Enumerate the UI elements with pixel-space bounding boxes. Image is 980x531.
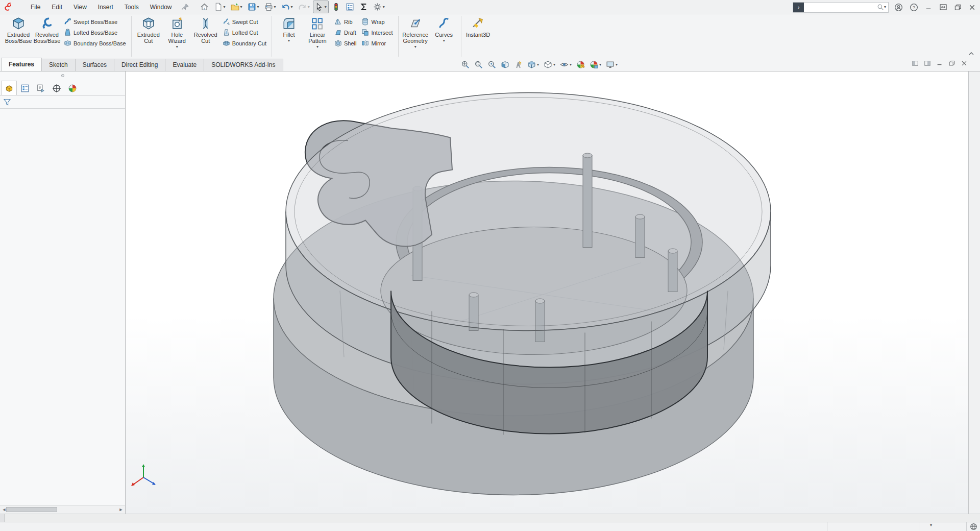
close-window-icon[interactable] [967,3,977,12]
doc-tile-right-button[interactable] [924,60,931,67]
redo-dropdown-caret[interactable]: ▾ [308,5,310,9]
menu-window[interactable]: Window [145,2,177,13]
tab-evaluate[interactable]: Evaluate [165,59,204,71]
instant3d-button[interactable]: Instant3D [464,15,493,39]
search-commands-box[interactable]: › ▾ [793,2,889,13]
revolved-boss-base-button[interactable]: Revolved Boss/Base [33,15,61,45]
pin-menu-icon[interactable] [181,3,189,11]
restore-window-icon[interactable] [953,3,963,12]
dropdown-caret[interactable]: ▾ [288,39,290,43]
curves-button[interactable]: Curves▾ [430,15,458,44]
zoom-to-fit-button[interactable] [459,59,471,70]
open-dropdown-caret[interactable]: ▾ [240,5,242,9]
panel-horizontal-scrollbar[interactable]: ◄ ► [0,505,125,514]
redo-button[interactable]: ▾ [296,1,312,13]
model-canvas[interactable] [126,71,968,514]
tab-surfaces[interactable]: Surfaces [75,59,114,71]
new-document-button[interactable]: ▾ [212,1,228,13]
new-document-dropdown-caret[interactable]: ▾ [224,5,226,9]
pm-property-tab[interactable] [17,81,33,95]
dropdown-caret[interactable]: ▾ [316,45,318,49]
dynamic-annotation-views-button[interactable] [512,59,524,70]
select-button[interactable]: ▾ [313,1,329,13]
view-settings-button[interactable]: ▾ [604,59,619,70]
tab-features[interactable]: Features [1,58,42,71]
zoom-to-area-button[interactable] [473,59,484,70]
search-icon[interactable] [877,4,884,11]
minimize-window-icon[interactable] [924,3,934,12]
menu-edit[interactable]: Edit [46,2,67,13]
home-button[interactable] [198,1,211,13]
pm-config-tab[interactable] [33,81,48,95]
apply-scene-dropdown-caret[interactable]: ▾ [599,63,601,67]
globe-icon[interactable] [970,523,977,530]
menu-view[interactable]: View [68,2,92,13]
intersect-button[interactable]: Intersect [359,27,395,38]
options-button[interactable]: ▾ [371,1,387,13]
save-dropdown-caret[interactable]: ▾ [257,5,259,9]
span-displays-icon[interactable] [938,2,948,12]
dropdown-caret[interactable]: ▾ [443,39,445,43]
select-dropdown-caret[interactable]: ▾ [325,5,327,9]
view-settings-dropdown-caret[interactable]: ▾ [616,63,618,67]
save-button[interactable]: ▾ [246,1,261,13]
panel-splitter[interactable] [0,71,125,80]
statusbar-config-selector[interactable]: ▾ [927,523,932,527]
rebuild-button[interactable] [330,1,342,13]
revolved-cut-button[interactable]: Revolved Cut [191,15,220,45]
shell-button[interactable]: Shell [332,38,359,49]
dropdown-caret[interactable]: ▾ [176,45,178,49]
search-input[interactable] [806,4,877,11]
doc-tile-left-button[interactable] [912,60,919,67]
doc-close-button[interactable] [961,60,968,67]
print-button[interactable]: ▾ [262,1,278,13]
file-properties-button[interactable] [344,1,356,13]
collapse-ribbon-icon[interactable] [968,51,975,56]
draft-button[interactable]: Draft [332,27,359,38]
wrap-button[interactable]: Wrap [359,16,395,27]
open-button[interactable]: ▾ [229,1,244,13]
tab-sketch[interactable]: Sketch [41,59,76,71]
print-dropdown-caret[interactable]: ▾ [274,5,276,9]
menu-insert[interactable]: Insert [93,2,118,13]
help-icon[interactable]: ? [909,2,919,13]
mirror-button[interactable]: Mirror [359,38,395,49]
pm-feature-tab[interactable] [1,81,17,95]
boundary-boss-base-button[interactable]: Boundary Boss/Base [61,38,129,49]
pm-display-tab[interactable] [64,81,80,95]
user-account-icon[interactable] [893,2,904,13]
doc-restore-button[interactable] [948,60,955,67]
linear-pattern-button[interactable]: Linear Pattern▾ [303,15,332,50]
options-dropdown-caret[interactable]: ▾ [383,5,385,9]
extruded-boss-base-button[interactable]: Extruded Boss/Base [4,15,33,45]
tab-solidworks-add-ins[interactable]: SOLIDWORKS Add-Ins [204,59,283,71]
menu-file[interactable]: File [26,2,45,13]
swept-boss-base-button[interactable]: Swept Boss/Base [61,16,129,27]
hole-wizard-button[interactable]: Hole Wizard▾ [163,15,191,50]
previous-view-button[interactable] [486,59,498,70]
filter-funnel-icon[interactable] [3,98,11,106]
apply-scene-button[interactable]: ▾ [588,59,603,70]
display-style-button[interactable]: ▾ [542,59,557,70]
scroll-thumb[interactable] [6,507,57,512]
view-orientation-button[interactable]: ▾ [526,59,541,70]
edit-appearance-button[interactable] [575,59,586,70]
lofted-cut-button[interactable]: Lofted Cut [220,27,269,38]
reference-geometry-button[interactable]: Reference Geometry▾ [401,15,430,50]
undo-button[interactable]: ▾ [279,1,295,13]
display-style-dropdown-caret[interactable]: ▾ [553,63,555,67]
section-view-button[interactable] [499,59,511,70]
search-dropdown-caret[interactable]: ▾ [884,5,886,9]
hide-show-items-dropdown-caret[interactable]: ▾ [570,63,572,67]
rib-button[interactable]: Rib [332,16,359,27]
lofted-boss-base-button[interactable]: Lofted Boss/Base [61,27,129,38]
tab-direct-editing[interactable]: Direct Editing [114,59,165,71]
boundary-cut-button[interactable]: Boundary Cut [220,38,269,49]
menu-tools[interactable]: Tools [119,2,144,13]
view-orientation-dropdown-caret[interactable]: ▾ [537,63,539,67]
pm-dimxpert-tab[interactable] [48,81,64,95]
fillet-button[interactable]: Fillet▾ [275,15,303,44]
swept-cut-button[interactable]: Swept Cut [220,16,269,27]
hide-show-items-button[interactable]: ▾ [558,59,573,70]
graphics-area[interactable] [126,71,968,514]
